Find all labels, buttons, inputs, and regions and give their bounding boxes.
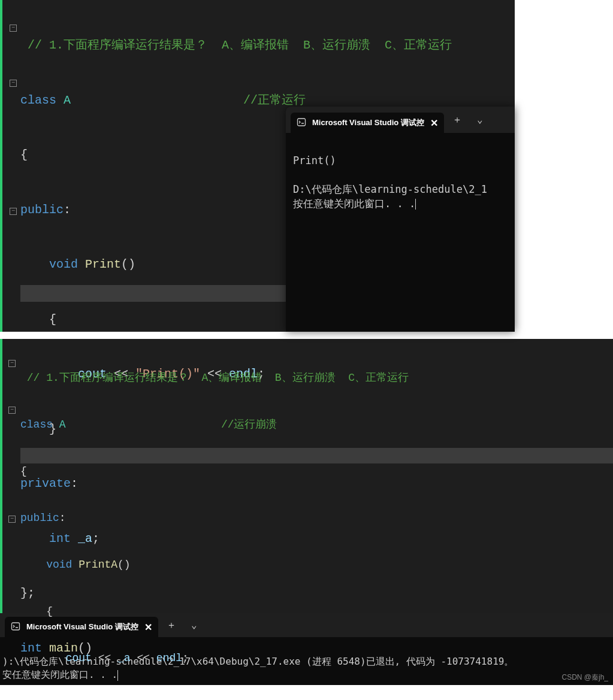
console-line: Print() [293,154,336,166]
terminal-icon [297,117,306,129]
chevron-down-icon: ⌄ [477,114,483,126]
comment-text: // 1.下面程序编译运行结果是？ A、编译报错 B、运行崩溃 C、正常运行 [20,38,452,52]
code-line[interactable]: }; [20,584,452,603]
console-tab[interactable]: Microsoft Visual Studio 调试控 ✕ [291,113,444,133]
svg-rect-0 [298,119,306,126]
code-editor-2[interactable]: // 1.下面程序编译运行结果是？ A、编译报错 B、运行崩溃 C、正常运行 c… [0,339,613,613]
terminal-icon [11,622,20,633]
code-line[interactable]: { [20,463,409,479]
console-output[interactable]: Print() D:\代码仓库\learning-schedule\2_1 按任… [286,133,515,231]
cursor [415,199,416,210]
console-tab-title: Microsoft Visual Studio 调试控 [312,117,424,128]
fold-toggle[interactable]: − [8,513,16,523]
new-tab-button[interactable]: ＋ [448,110,467,129]
debug-console-window[interactable]: Microsoft Visual Studio 调试控 ✕ ＋ ⌄ Print(… [286,107,515,332]
code-editor-1[interactable]: // 1.下面程序编译运行结果是？ A、编译报错 B、运行崩溃 C、正常运行 c… [0,0,515,332]
console-line: D:\代码仓库\learning-schedule\2_1 [293,183,487,195]
fold-toggle[interactable]: − [10,77,17,87]
code-line[interactable]: // 1.下面程序编译运行结果是？ A、编译报错 B、运行崩溃 C、正常运行 [20,370,409,386]
console-line: 按任意键关闭此窗口. . . [293,198,415,210]
code-line[interactable]: int _a; [20,530,452,549]
fold-toggle[interactable]: − [10,22,17,32]
fold-toggle[interactable]: − [8,404,16,414]
code-line[interactable]: void PrintA() [20,557,409,572]
tab-dropdown-button[interactable]: ⌄ [470,110,490,129]
code-line[interactable]: cout << _a << endl; [20,650,409,666]
code-line[interactable]: class A //运行崩溃 [20,417,409,432]
watermark: CSDN @秦jh_ [561,672,608,683]
code-line[interactable]: public: [20,510,409,526]
code-line[interactable]: { [20,604,409,619]
fold-toggle[interactable]: − [10,205,17,216]
close-icon[interactable]: ✕ [430,117,438,129]
fold-toggle[interactable]: − [8,357,16,368]
code-line[interactable]: // 1.下面程序编译运行结果是？ A、编译报错 B、运行崩溃 C、正常运行 [20,37,452,55]
console-tab-bar: Microsoft Visual Studio 调试控 ✕ ＋ ⌄ [286,107,515,133]
svg-rect-1 [12,623,20,630]
